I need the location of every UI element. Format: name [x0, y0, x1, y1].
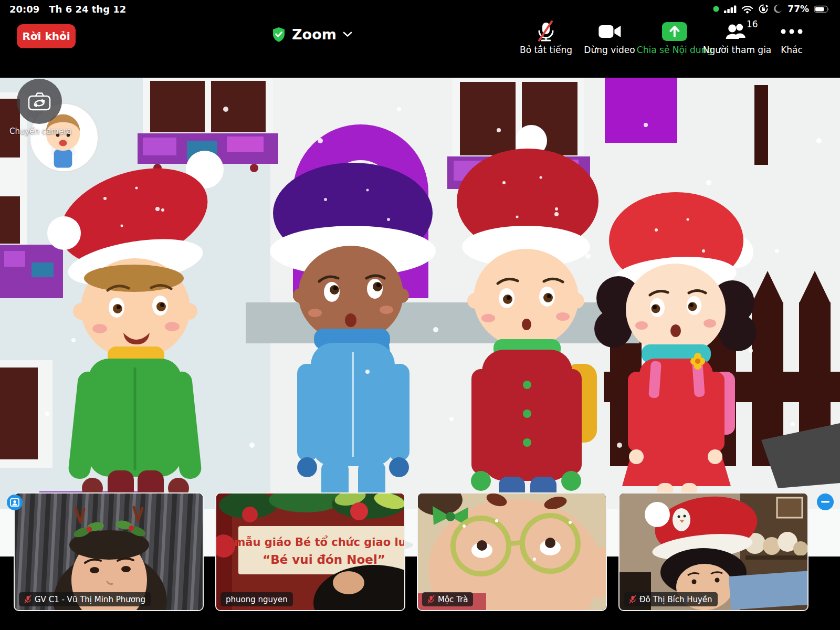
participant-name-tag: phuong nguyen	[220, 592, 293, 606]
penguin-motif	[673, 508, 690, 531]
participant-name-tag: Đỗ Thị Bích Huyền	[624, 592, 718, 606]
unmute-button[interactable]: Bỏ tắt tiếng	[520, 20, 572, 55]
date: Th 6 24 thg 12	[49, 4, 126, 15]
participants-button[interactable]: 16 Người tham gia	[703, 20, 772, 55]
stop-video-button[interactable]: Dừng video	[584, 20, 635, 55]
banner-line-1: mẫu giáo Bé tổ chức giao lưu	[234, 536, 404, 549]
participant-video-1[interactable]: GV C1 - Vũ Thị Minh Phương	[14, 492, 204, 611]
battery-percent: 77%	[788, 4, 809, 14]
shield-check-icon	[272, 27, 286, 43]
participant-name: phuong nguyen	[226, 595, 288, 604]
video-camera-icon	[597, 23, 622, 40]
participant-name-tag: GV C1 - Vũ Thị Minh Phương	[19, 592, 151, 606]
minimize-thumbnails-button[interactable]	[817, 494, 834, 510]
participant-video-4[interactable]: Đỗ Thị Bích Huyền	[618, 492, 808, 611]
more-label: Khác	[781, 45, 803, 55]
share-content-button[interactable]: Chia sẻ Nội dung	[637, 20, 712, 55]
mic-muted-icon	[534, 20, 558, 43]
picture-frame	[777, 498, 802, 518]
participant-name: GV C1 - Vũ Thị Minh Phương	[35, 595, 145, 604]
clock: 20:09	[9, 4, 39, 15]
chevron-down-icon	[343, 32, 352, 37]
green-status-dot-icon	[713, 6, 719, 12]
ios-status-bar: 20:09 Th 6 24 thg 12 77%	[0, 0, 840, 18]
cellular-signal-icon	[724, 5, 737, 13]
more-ellipsis-icon	[780, 28, 803, 35]
switch-camera-icon	[27, 91, 51, 111]
wifi-icon	[741, 5, 753, 14]
minus-icon	[821, 501, 830, 503]
do-not-disturb-moon-icon	[773, 4, 783, 14]
participant-video-2[interactable]: mẫu giáo Bé tổ chức giao lưu “Bé vui đón…	[215, 492, 405, 611]
mic-muted-badge-icon	[24, 595, 32, 604]
gallery-view-toggle-button[interactable]	[7, 495, 23, 510]
zoom-meeting-screen: 20:09 Th 6 24 thg 12 77%	[0, 0, 840, 630]
share-content-icon	[662, 22, 687, 41]
participant-name: Đỗ Thị Bích Huyền	[639, 595, 712, 604]
participant-count-badge: 16	[747, 19, 758, 29]
banner-line-2: “Bé vui đón Noel”	[262, 553, 385, 566]
meeting-title-dropdown[interactable]: Zoom	[272, 26, 352, 43]
mic-muted-badge-icon	[629, 595, 636, 604]
switch-camera-label: Chuyển camera	[9, 127, 72, 136]
leave-label: Rời khỏi	[22, 30, 70, 43]
meeting-title: Zoom	[292, 26, 337, 43]
participants-icon	[726, 22, 749, 41]
leave-button[interactable]: Rời khỏi	[17, 24, 76, 48]
gallery-view-icon	[10, 498, 19, 507]
participant-video-3[interactable]: Mộc Trà	[417, 492, 607, 611]
rotation-lock-icon	[758, 4, 769, 14]
share-content-label: Chia sẻ Nội dung	[637, 45, 712, 55]
meeting-toolbar: Rời khỏi Zoom Bỏ tắt tiế	[0, 18, 840, 61]
cartoon-purple-curtain	[605, 78, 677, 143]
participants-label: Người tham gia	[703, 45, 772, 55]
participant-name: Mộc Trà	[438, 595, 468, 604]
shared-screen-cartoon	[0, 78, 840, 556]
unmute-label: Bỏ tắt tiếng	[520, 45, 572, 55]
stop-video-label: Dừng video	[584, 45, 635, 55]
switch-camera-button[interactable]	[17, 79, 62, 124]
battery-icon	[814, 5, 831, 13]
more-button[interactable]: Khác	[780, 20, 803, 55]
mic-muted-badge-icon	[427, 595, 435, 604]
participant-name-tag: Mộc Trà	[422, 592, 473, 606]
